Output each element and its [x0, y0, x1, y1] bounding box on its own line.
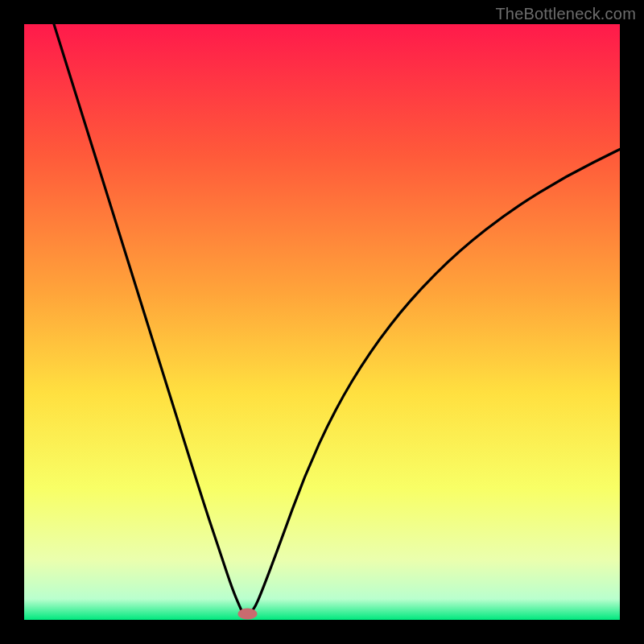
watermark-text: TheBottleneck.com [495, 5, 636, 23]
chart-frame: TheBottleneck.com [0, 0, 644, 644]
minimum-marker [238, 609, 258, 620]
plot-area [24, 24, 620, 620]
chart-svg [24, 24, 620, 620]
gradient-background [24, 24, 620, 620]
